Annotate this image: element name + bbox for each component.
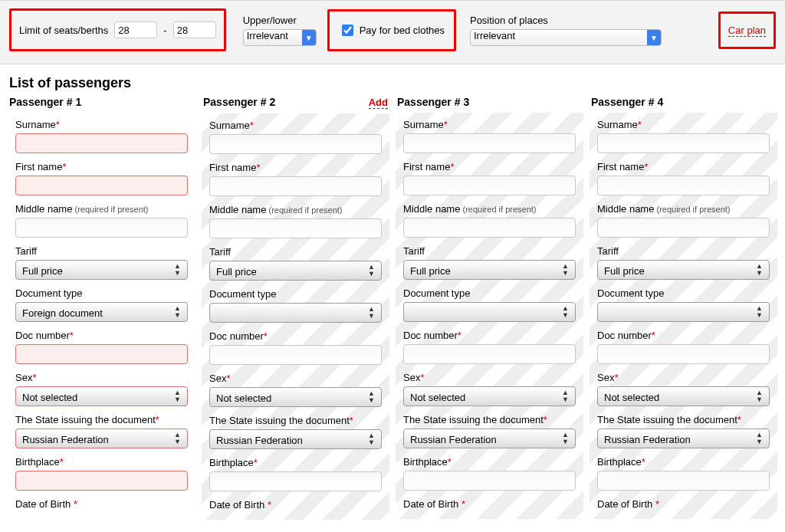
- passenger-form: Surname*First name*Middle name (required…: [8, 113, 195, 519]
- updown-arrows-icon: ▲▼: [562, 389, 569, 403]
- updown-arrows-icon: ▲▼: [174, 305, 181, 319]
- passenger-column: Passenger # 2AddSurname*First name*Middl…: [199, 96, 392, 520]
- position-places-select[interactable]: Irrelevant ▼: [470, 29, 662, 46]
- middle-name-label: Middle name (required if present): [403, 203, 576, 215]
- birthplace-label: Birthplace*: [597, 456, 770, 468]
- upper-lower-select[interactable]: Irrelevant ▼: [243, 29, 317, 46]
- birthplace-input[interactable]: [15, 471, 188, 491]
- pay-bedclothes-group: Pay for bed clothes: [327, 9, 456, 51]
- upper-lower-group: Upper/lower Irrelevant ▼: [243, 15, 317, 46]
- limit-dash: -: [163, 25, 166, 36]
- updown-arrows-icon: ▲▼: [174, 263, 181, 277]
- tariff-select[interactable]: Full price▲▼: [209, 261, 382, 281]
- passenger-form: Surname*First name*Middle name (required…: [202, 113, 389, 520]
- sex-select[interactable]: Not selected▲▼: [403, 386, 576, 406]
- passenger-header: Passenger # 1: [8, 96, 195, 108]
- doc-number-label: Doc number*: [209, 330, 382, 342]
- doc-number-input[interactable]: [209, 345, 382, 365]
- tariff-select[interactable]: Full price▲▼: [403, 260, 576, 280]
- updown-arrows-icon: ▲▼: [562, 305, 569, 319]
- issuing-state-label: The State issuing the document*: [403, 414, 576, 425]
- tariff-label: Tariff: [403, 245, 576, 257]
- updown-arrows-icon: ▲▼: [756, 432, 763, 445]
- middle-name-label: Middle name (required if present): [209, 204, 382, 215]
- document-type-select[interactable]: ▲▼: [597, 302, 770, 322]
- issuing-state-label: The State issuing the document*: [209, 415, 382, 426]
- issuing-state-select[interactable]: Russian Federation▲▼: [597, 429, 770, 448]
- limit-to-input[interactable]: [173, 21, 216, 38]
- birthplace-label: Birthplace*: [403, 456, 576, 468]
- limit-from-input[interactable]: [114, 21, 157, 38]
- birthplace-input[interactable]: [597, 471, 770, 491]
- tariff-select[interactable]: Full price▲▼: [597, 260, 770, 280]
- first-name-input[interactable]: [597, 176, 770, 195]
- document-type-select[interactable]: ▲▼: [209, 303, 382, 323]
- birthplace-input[interactable]: [209, 471, 382, 491]
- middle-name-input[interactable]: [597, 218, 770, 238]
- passenger-title: Passenger # 1: [9, 96, 81, 108]
- tariff-label: Tariff: [597, 245, 770, 257]
- tariff-label: Tariff: [209, 246, 382, 258]
- add-passenger-link[interactable]: Add: [369, 97, 388, 109]
- passenger-header: Passenger # 4: [590, 96, 777, 108]
- surname-input[interactable]: [597, 133, 770, 153]
- position-places-label: Position of places: [470, 15, 662, 26]
- surname-input[interactable]: [15, 133, 188, 153]
- first-name-input[interactable]: [15, 176, 188, 195]
- first-name-input[interactable]: [403, 176, 576, 195]
- birthplace-label: Birthplace*: [15, 456, 188, 468]
- updown-arrows-icon: ▲▼: [756, 263, 763, 277]
- surname-input[interactable]: [403, 133, 576, 153]
- surname-input[interactable]: [209, 134, 382, 154]
- dob-label: Date of Birth *: [403, 498, 576, 510]
- top-filter-bar: Limit of seats/berths - Upper/lower Irre…: [0, 0, 785, 64]
- position-places-group: Position of places Irrelevant ▼: [470, 15, 662, 46]
- document-type-select[interactable]: ▲▼: [403, 302, 576, 322]
- pay-bedclothes-checkbox[interactable]: [342, 25, 353, 36]
- surname-label: Surname*: [403, 119, 576, 130]
- surname-label: Surname*: [209, 120, 382, 131]
- doc-number-input[interactable]: [15, 344, 188, 364]
- tariff-select[interactable]: Full price▲▼: [15, 260, 188, 280]
- birthplace-input[interactable]: [403, 471, 576, 491]
- sex-select[interactable]: Not selected▲▼: [597, 386, 770, 406]
- passenger-column: Passenger # 1Surname*First name*Middle n…: [5, 96, 199, 520]
- birthplace-label: Birthplace*: [209, 457, 382, 468]
- first-name-label: First name*: [597, 161, 770, 172]
- sex-label: Sex*: [403, 372, 576, 383]
- sex-label: Sex*: [597, 372, 770, 383]
- chevron-down-icon: ▼: [650, 34, 658, 42]
- doc-number-label: Doc number*: [15, 330, 188, 341]
- document-type-select[interactable]: Foreign document▲▼: [15, 302, 188, 322]
- updown-arrows-icon: ▲▼: [562, 432, 569, 445]
- middle-name-input[interactable]: [15, 218, 188, 238]
- issuing-state-select[interactable]: Russian Federation▲▼: [15, 429, 188, 448]
- doc-number-input[interactable]: [597, 344, 770, 364]
- updown-arrows-icon: ▲▼: [756, 305, 763, 319]
- passenger-column: Passenger # 3Surname*First name*Middle n…: [392, 96, 586, 520]
- sex-select[interactable]: Not selected▲▼: [209, 387, 382, 407]
- passenger-header: Passenger # 2Add: [202, 96, 389, 109]
- updown-arrows-icon: ▲▼: [368, 306, 375, 320]
- updown-arrows-icon: ▲▼: [174, 389, 181, 403]
- pay-bedclothes-label: Pay for bed clothes: [360, 25, 445, 36]
- first-name-input[interactable]: [209, 176, 382, 196]
- car-plan-link[interactable]: Car plan: [728, 25, 766, 37]
- middle-name-input[interactable]: [403, 218, 576, 238]
- sex-select[interactable]: Not selected▲▼: [15, 386, 188, 406]
- upper-lower-label: Upper/lower: [243, 15, 317, 26]
- passenger-column: Passenger # 4Surname*First name*Middle n…: [586, 96, 780, 520]
- updown-arrows-icon: ▲▼: [562, 263, 569, 277]
- passenger-title: Passenger # 4: [591, 96, 663, 108]
- doc-number-input[interactable]: [403, 344, 576, 364]
- issuing-state-select[interactable]: Russian Federation▲▼: [209, 429, 382, 449]
- issuing-state-select[interactable]: Russian Federation▲▼: [403, 429, 576, 448]
- car-plan-group: Car plan: [718, 11, 776, 49]
- chevron-down-icon: ▼: [305, 34, 313, 42]
- document-type-label: Document type: [403, 287, 576, 299]
- surname-label: Surname*: [597, 119, 770, 130]
- first-name-label: First name*: [209, 162, 382, 173]
- limit-label: Limit of seats/berths: [19, 25, 108, 36]
- middle-name-input[interactable]: [209, 218, 382, 238]
- sex-label: Sex*: [15, 372, 188, 383]
